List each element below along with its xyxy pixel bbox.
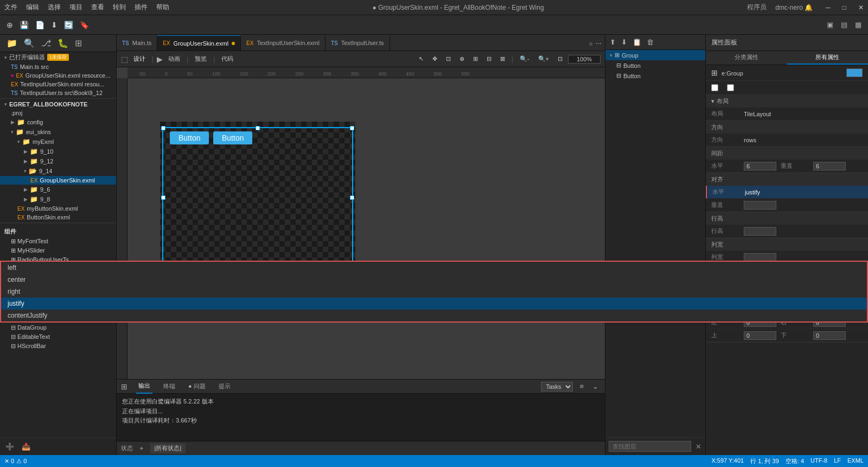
spacing-v-input[interactable]	[813, 162, 846, 171]
tab-textinputuser[interactable]: TS TextInputUser.ts	[326, 35, 390, 51]
sidebar-912-folder[interactable]: ▶ 📁 9_12	[0, 156, 116, 166]
search-icon[interactable]: 🔍	[22, 37, 37, 49]
tree-btn-2[interactable]: ⬇	[619, 37, 629, 47]
padding-top-input[interactable]	[744, 331, 776, 340]
design-btn[interactable]: 设计	[130, 54, 149, 64]
sidebar-comp-myfonttest[interactable]: ⊞ MyFontTest	[0, 237, 116, 246]
sidebar-96-folder[interactable]: ▶ 📁 9_6	[0, 185, 116, 194]
align-h-value[interactable]: justify	[745, 189, 863, 195]
menu-item-view[interactable]: 查看	[91, 3, 104, 12]
dropdown-option-left[interactable]: left	[705, 262, 867, 274]
sidebar-comp-hscrollbar[interactable]: ⊟ HScrollBar	[0, 342, 116, 351]
code-btn[interactable]: 代码	[218, 54, 237, 64]
resize-tool[interactable]: ⊡	[443, 54, 454, 64]
grid-tool[interactable]: ⊞	[470, 54, 481, 64]
padding-bottom-input[interactable]	[813, 331, 846, 340]
sidebar-comp-datagroup[interactable]: ⊟ DataGroup	[0, 323, 116, 332]
tree-item-button-2[interactable]: ⊟ Button	[605, 71, 705, 81]
sidebar-file-textinputuser[interactable]: TS TextInputUser.ts src\Book\9_12	[0, 89, 116, 97]
win-maximize[interactable]: □	[843, 4, 846, 11]
sidebar-euiskins-folder[interactable]: ▾ 📁 eui_skins	[0, 127, 116, 137]
handle-tr[interactable]	[350, 126, 354, 130]
sidebar-myexml-folder[interactable]: ▾ 📁 myExml	[0, 137, 116, 147]
sidebar-file-groupuser[interactable]: ● EX GroupUserSkin.exml resource...	[0, 71, 116, 80]
align-tool[interactable]: ⊠	[497, 54, 508, 64]
canvas-viewport[interactable]: Button Button	[127, 78, 605, 379]
debug-icon[interactable]: 🐛	[55, 37, 71, 49]
search-layer-input[interactable]	[609, 441, 691, 452]
tasks-dropdown[interactable]: Tasks	[541, 382, 573, 392]
tab-terminal[interactable]: 终端	[161, 380, 177, 394]
tab-textinputskin[interactable]: EX TextInputUserSkin.exml	[241, 35, 326, 51]
menu-item-project[interactable]: 项目	[69, 3, 82, 12]
snap-tool[interactable]: ⊟	[483, 54, 495, 64]
zoom-input[interactable]	[568, 55, 601, 64]
tab-more-btn[interactable]: ⬦ ···	[585, 39, 605, 47]
output-expand-btn[interactable]: ⌄	[590, 381, 601, 392]
copy-btn[interactable]: 📄	[33, 20, 47, 30]
dropdown-option-center[interactable]: center	[705, 274, 867, 286]
import-btn[interactable]: 📥	[20, 441, 33, 452]
bottom-panel-btn[interactable]: ▤	[839, 20, 850, 30]
checkbox-1[interactable]	[711, 84, 718, 91]
sidebar-914-folder[interactable]: ▾ 📂 9_14	[0, 166, 116, 176]
menu-item-goto[interactable]: 转到	[113, 3, 126, 12]
sidebar-mybuttonskin-file[interactable]: EX myButtonSkin.exml	[0, 204, 116, 213]
align-v-input[interactable]	[744, 201, 776, 210]
tab-groupuserskin[interactable]: EX GroupUserSkin.exml	[157, 35, 241, 51]
handle-ml[interactable]	[161, 195, 165, 200]
tree-btn-1[interactable]: ⬆	[608, 37, 618, 47]
color-preview[interactable]	[846, 68, 863, 77]
handle-tm[interactable]	[256, 126, 260, 130]
checkbox-2[interactable]	[727, 84, 734, 91]
tree-item-button-1[interactable]: ⊟ Button	[605, 60, 705, 71]
tree-btn-3[interactable]: 📋	[630, 37, 643, 47]
dropdown-option-contentjustify[interactable]: contentJustify	[705, 310, 867, 321]
tab-problems[interactable]: ● 问题	[186, 380, 208, 394]
save-btn[interactable]: 💾	[17, 20, 31, 30]
tab-maints[interactable]: TS Main.ts	[117, 35, 157, 51]
tree-item-group[interactable]: ▾ ⊞ Group	[605, 50, 705, 60]
dropdown-option-justify[interactable]: justify	[705, 298, 867, 310]
right-panel-btn[interactable]: ▦	[853, 20, 864, 30]
extensions-icon[interactable]: ⊞	[73, 37, 84, 49]
align-dropdown[interactable]: left center right justify contentJustify	[705, 261, 868, 323]
sidebar-groupuserskin-file[interactable]: EX GroupUserSkin.exml	[0, 176, 116, 185]
tab-category-props[interactable]: 分类属性	[706, 51, 787, 65]
animation-btn[interactable]: 动画	[165, 54, 183, 64]
menu-item-plugin[interactable]: 插件	[135, 3, 148, 12]
tab-hints[interactable]: 提示	[216, 380, 233, 394]
new-file-btn[interactable]: ⊕	[4, 20, 15, 30]
bookmark-btn[interactable]: 🔖	[78, 20, 91, 30]
git-icon[interactable]: ⎇	[39, 37, 53, 49]
zoom-fit-btn[interactable]: ⊡	[554, 54, 566, 64]
win-close[interactable]: ✕	[858, 4, 864, 11]
refresh-btn[interactable]: 🔄	[62, 20, 75, 30]
preview-btn[interactable]: 预览	[192, 54, 210, 64]
menu-item-file[interactable]: 文件	[4, 3, 17, 12]
output-sort-btn[interactable]: ≡	[577, 381, 586, 392]
sidebar-proj-item[interactable]: .proj	[0, 109, 116, 117]
menu-item-edit[interactable]: 编辑	[26, 3, 39, 12]
sidebar-config-folder[interactable]: ▶ 📁 config	[0, 117, 116, 127]
add-state-btn[interactable]: +	[137, 443, 146, 453]
win-minimize[interactable]: ─	[826, 4, 831, 11]
spacing-h-input[interactable]	[744, 162, 776, 171]
sidebar-buttonskin-file[interactable]: EX ButtonSkin.exml	[0, 213, 116, 222]
move-tool[interactable]: ✥	[429, 54, 441, 64]
tab-all-props[interactable]: 所有属性	[787, 51, 869, 65]
rowheight-input[interactable]	[744, 227, 776, 236]
sidebar-file-textinputskin[interactable]: EX TextInputUserSkin.exml resou...	[0, 80, 116, 89]
add-component-btn[interactable]: ➕	[3, 441, 16, 452]
anchor-tool[interactable]: ⊕	[456, 54, 468, 64]
explorer-icon[interactable]: 📁	[4, 37, 20, 49]
canvas-button-2[interactable]: Button	[213, 131, 252, 144]
zoom-in-btn[interactable]: 🔍+	[535, 54, 552, 64]
sidebar-98-folder[interactable]: ▶ 📁 9_8	[0, 194, 116, 204]
left-panel-btn[interactable]: ▣	[825, 20, 835, 30]
handle-mr[interactable]	[350, 195, 354, 200]
menu-item-select[interactable]: 选择	[48, 3, 61, 12]
search-close-btn[interactable]: ✕	[693, 441, 704, 452]
dropdown-option-right[interactable]: right	[705, 286, 867, 298]
sidebar-910-folder[interactable]: ▶ 📁 9_10	[0, 147, 116, 156]
